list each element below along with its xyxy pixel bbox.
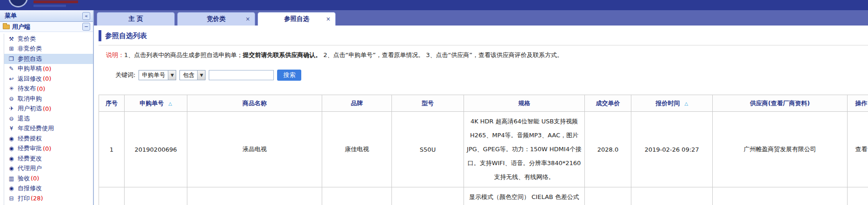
sidebar-item-jingfeishenpi[interactable]: ◉经费审批(0) [4, 144, 93, 154]
col-index: 序号 [99, 95, 125, 112]
search-bar: 关键词: 申购单号 ▼ 包含 ▼ 搜索 [99, 70, 868, 81]
keyword-input[interactable] [209, 70, 274, 80]
sidebar-item-shengoucaogao[interactable]: ✎申购草稿(0) [4, 64, 93, 74]
col-order-no[interactable]: 申购单号△ [125, 95, 187, 112]
cancel-icon: ⊖ [8, 96, 15, 102]
draft-icon: ✎ [8, 65, 15, 72]
tree-minimize-button[interactable]: − [82, 23, 90, 31]
yen-icon: ¥ [8, 125, 15, 132]
search-button[interactable]: 搜索 [277, 70, 301, 81]
site-logo [8, 0, 28, 7]
cell-price [585, 187, 631, 205]
user-icon: ◉ [8, 145, 15, 152]
tab-jingjialei[interactable]: 竞价类 × [177, 12, 255, 26]
return-icon: ↩ [8, 76, 15, 82]
site-subtitle-fragment [33, 5, 66, 7]
chevron-down-icon: ▼ [197, 70, 205, 80]
col-spec: 规格 [464, 95, 585, 112]
user-icon: ◉ [8, 165, 15, 172]
user-icon: ◉ [8, 135, 15, 142]
section-header: 参照自选列表 [99, 29, 868, 42]
cell-action-link [848, 187, 868, 205]
app-window: 菜单 « 用户端 − ⚒竞价类 ⊞非竞价类 ❐参照自选 ✎申购草稿(0) ↩返回… [0, 0, 868, 205]
section-accent-bar [99, 30, 101, 41]
sidebar-collapse-button[interactable]: « [82, 12, 90, 20]
sidebar-item-dailiyonghu[interactable]: ◉代理用户 [4, 164, 93, 174]
cell-brand: 康佳电视 [322, 112, 392, 187]
col-model: 型号 [392, 95, 464, 112]
sidebar-root-node[interactable]: 用户端 − [0, 22, 93, 32]
cell-order-no[interactable]: 20190200696 [125, 112, 187, 187]
deselect-icon: ⊖ [8, 115, 15, 122]
sidebar-item-yanshou[interactable]: ▥验收(0) [4, 173, 93, 184]
sidebar-item-niandujingfei[interactable]: ¥年度经费使用 [4, 124, 93, 134]
sidebar-item-fanhuixiugai[interactable]: ↩返回修改(0) [4, 74, 93, 84]
cell-spec: 4K HDR 超高清64位智能 USB支持视频H265、MP4等。音频MP3、A… [464, 112, 585, 187]
table-row: 显示模式（颜色空间） CIELAB 色差公式 ΔE*ab 测量口径 8mm 照明… [99, 187, 868, 205]
sidebar-item-jingfeigenggai[interactable]: ◉经费更改 [4, 154, 93, 164]
cell-model [392, 187, 464, 205]
main-area: 主 页 竞价类 × 参照自选 × 参照自选列表 说明：1、点击列 [94, 10, 868, 205]
truck-icon: ▥ [8, 175, 15, 182]
menu-title: 菜单 [5, 12, 17, 20]
cell-index: 1 [99, 112, 125, 187]
cell-spec: 显示模式（颜色空间） CIELAB 色差公式 ΔE*ab 测量口径 8mm 照明… [464, 187, 585, 205]
sidebar-item-dayin[interactable]: ⊟打印(28) [4, 193, 93, 204]
close-icon[interactable]: × [245, 16, 250, 22]
col-product: 商品名称 [187, 95, 322, 112]
top-banner [0, 0, 868, 10]
sidebar-item-jingjialei[interactable]: ⚒竞价类 [4, 34, 93, 44]
cart-icon: ⊞ [8, 45, 15, 52]
cell-brand [322, 187, 392, 205]
cell-action-link[interactable]: 查看 [848, 112, 868, 187]
sidebar: 菜单 « 用户端 − ⚒竞价类 ⊞非竞价类 ❐参照自选 ✎申购草稿(0) ↩返回… [0, 10, 94, 205]
search-operator-select[interactable]: 包含 ▼ [179, 70, 205, 80]
user-icon: ◉ [8, 185, 15, 192]
content-panel: 参照自选列表 说明：1、点击列表中的商品生成参照自选申购单；提交前请先联系供应商… [94, 26, 868, 205]
cell-product[interactable]: 液晶电视 [187, 112, 322, 187]
cell-model: S50U [392, 112, 464, 187]
tab-home[interactable]: 主 页 [97, 12, 175, 26]
chevron-down-icon: ▼ [168, 70, 176, 80]
col-brand: 品牌 [322, 95, 392, 112]
send-icon: ✈ [8, 105, 15, 112]
sidebar-menu-header: 菜单 « [0, 10, 93, 22]
col-quote-time[interactable]: 报价时间△ [631, 95, 713, 112]
sidebar-item-tuixuan[interactable]: ⊖退选 [4, 114, 93, 124]
pending-icon: ✳ [8, 85, 15, 92]
cell-supplier-link[interactable]: 广州帷盈商贸发展有限公司 [713, 112, 848, 187]
sidebar-item-canzhaozixuan[interactable]: ❐参照自选 [4, 54, 93, 64]
col-supplier: 供应商(查看厂商资料) [713, 95, 848, 112]
results-table: 序号 申购单号△ 商品名称 品牌 型号 规格 成交单价 报价时间△ 供应商(查看… [99, 95, 868, 205]
table-row: 1 20190200696 液晶电视 康佳电视 S50U 4K HDR 超高清6… [99, 112, 868, 187]
cell-price: 2028.0 [585, 112, 631, 187]
sidebar-item-jingfeishouquan[interactable]: ◉经费授权 [4, 134, 93, 144]
cell-index [99, 187, 125, 205]
table-header-row: 序号 申购单号△ 商品名称 品牌 型号 规格 成交单价 报价时间△ 供应商(查看… [99, 95, 868, 112]
copy-icon: ❐ [8, 56, 15, 62]
gavel-icon: ⚒ [8, 36, 15, 42]
sort-asc-icon[interactable]: △ [168, 101, 172, 106]
cell-quote-time [631, 187, 713, 205]
cell-product [187, 187, 322, 205]
sidebar-item-feijingjialei[interactable]: ⊞非竞价类 [4, 44, 93, 54]
divider [99, 45, 868, 45]
search-field-select[interactable]: 申购单号 ▼ [139, 70, 176, 80]
sidebar-item-zibaoxiugai[interactable]: ◉自报修改 [4, 184, 93, 194]
sort-asc-icon[interactable]: △ [684, 101, 688, 106]
col-action: 操作 [848, 95, 868, 112]
keyword-label: 关键词: [115, 71, 135, 79]
sidebar-item-yonghuchuxuan[interactable]: ✈用户初选(0) [4, 104, 93, 114]
tab-bar: 主 页 竞价类 × 参照自选 × [94, 10, 868, 26]
close-icon[interactable]: × [326, 16, 331, 22]
cell-supplier-link [713, 187, 848, 205]
sidebar-item-quxiaoshengou[interactable]: ⊖取消申购 [4, 94, 93, 104]
print-icon: ⊟ [8, 195, 15, 202]
sidebar-item-daifabu[interactable]: ✳待发布(0) [4, 84, 93, 94]
user-icon: ◉ [8, 155, 15, 162]
tab-canzhaozixuan[interactable]: 参照自选 × [258, 12, 336, 26]
notice-text: 说明：1、点击列表中的商品生成参照自选申购单；提交前请先联系供应商确认。 2、点… [99, 51, 868, 59]
sidebar-tree: ⚒竞价类 ⊞非竞价类 ❐参照自选 ✎申购草稿(0) ↩返回修改(0) ✳待发布(… [4, 34, 93, 205]
page-title: 参照自选列表 [105, 32, 147, 40]
cell-order-no [125, 187, 187, 205]
